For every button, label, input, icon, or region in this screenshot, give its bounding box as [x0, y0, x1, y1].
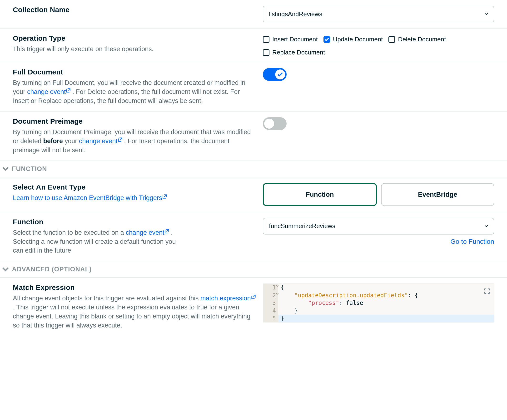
change-event-link[interactable]: change event: [126, 229, 169, 236]
code-line[interactable]: 5}: [263, 315, 494, 322]
match-expression-title: Match Expression: [13, 283, 256, 292]
checkbox-icon: [263, 36, 269, 43]
full-document-help: By turning on Full Document, you will re…: [13, 78, 256, 105]
full-document-title: Full Document: [13, 68, 256, 76]
function-value: funcSummerizeReviews: [269, 222, 335, 230]
checkbox-icon: [324, 36, 330, 43]
change-event-link[interactable]: change event: [79, 138, 122, 145]
go-to-function-link[interactable]: Go to Function: [263, 238, 494, 245]
document-preimage-title: Document Preimage: [13, 117, 256, 125]
checkbox-icon: [388, 36, 395, 43]
code-line[interactable]: 2 "updateDescription.updatedFields": {: [263, 292, 494, 299]
match-expression-help: All change event objects for this trigge…: [13, 294, 256, 330]
learn-eventbridge-link[interactable]: Learn how to use Amazon EventBridge with…: [13, 194, 167, 201]
checkbox-label: Insert Document: [272, 36, 318, 43]
checkbox-label: Update Document: [333, 36, 383, 43]
event-type-function-button[interactable]: Function: [263, 183, 377, 206]
collection-name-select[interactable]: listingsAndReviews: [263, 6, 494, 22]
checkbox-label: Delete Document: [398, 36, 446, 43]
chevron-down-icon: [485, 12, 488, 16]
section-function-header[interactable]: FUNCTION: [0, 161, 507, 177]
code-line[interactable]: 1{: [263, 284, 494, 291]
replace-document-checkbox[interactable]: Replace Document: [263, 49, 325, 56]
collection-name-value: listingsAndReviews: [269, 10, 322, 18]
function-title: Function: [13, 218, 256, 226]
expand-icon[interactable]: [484, 288, 490, 296]
event-type-title: Select An Event Type: [13, 183, 256, 191]
fold-icon[interactable]: [276, 293, 279, 295]
section-function-label: FUNCTION: [12, 165, 47, 173]
operation-type-title: Operation Type: [13, 34, 256, 42]
match-expression-editor[interactable]: 1{2 "updateDescription.updatedFields": {…: [263, 283, 494, 323]
function-select[interactable]: funcSummerizeReviews: [263, 218, 494, 234]
external-link-icon: [251, 295, 256, 299]
chevron-down-icon: [485, 225, 488, 228]
external-link-icon: [118, 138, 122, 142]
update-document-checkbox[interactable]: Update Document: [324, 36, 383, 43]
full-document-toggle[interactable]: [263, 68, 287, 81]
section-advanced-header[interactable]: ADVANCED (OPTIONAL): [0, 261, 507, 278]
external-link-icon: [162, 194, 167, 199]
fold-icon[interactable]: [276, 285, 279, 288]
external-link-icon: [165, 229, 169, 233]
document-preimage-toggle[interactable]: [263, 117, 287, 130]
checkbox-icon: [263, 49, 269, 56]
collection-name-title: Collection Name: [13, 6, 256, 14]
match-expression-link[interactable]: match expression: [200, 295, 256, 302]
insert-document-checkbox[interactable]: Insert Document: [263, 36, 318, 43]
delete-document-checkbox[interactable]: Delete Document: [388, 36, 446, 43]
chevron-down-icon: [2, 266, 8, 273]
function-help: Select the function to be executed on a …: [13, 228, 184, 255]
change-event-link[interactable]: change event: [27, 88, 70, 95]
section-advanced-label: ADVANCED (OPTIONAL): [12, 266, 92, 273]
external-link-icon: [66, 88, 70, 92]
operation-type-help: This trigger will only execute on these …: [13, 45, 256, 54]
event-type-eventbridge-button[interactable]: EventBridge: [381, 183, 494, 206]
check-icon: [278, 72, 283, 77]
document-preimage-help: By turning on Document Preimage, you wil…: [13, 128, 256, 155]
checkbox-label: Replace Document: [272, 49, 325, 56]
chevron-down-icon: [2, 166, 8, 172]
code-line[interactable]: 4 }: [263, 307, 494, 314]
code-line[interactable]: 3 "process": false: [263, 299, 494, 307]
